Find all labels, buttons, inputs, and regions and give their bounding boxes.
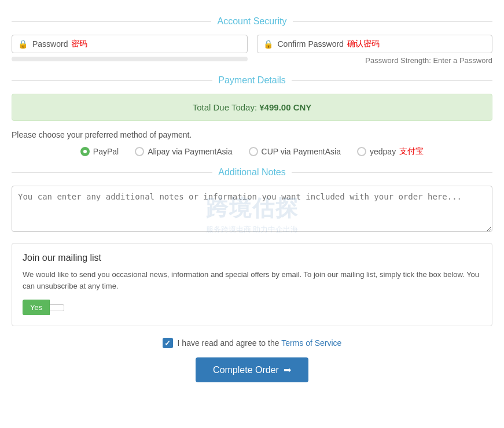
account-security-header: Account Security — [12, 16, 492, 27]
lock-icon-password: 🔒 — [18, 39, 28, 49]
mailing-title: Join our mailing list — [23, 253, 481, 263]
payment-line-right — [292, 80, 492, 81]
additional-notes-header: Additional Notes — [12, 167, 492, 178]
password-input-group: 🔒 Password 密码 — [12, 35, 248, 53]
payment-details-title: Payment Details — [218, 75, 286, 86]
complete-order-label: Complete Order — [213, 365, 279, 375]
total-banner: Total Due Today: ¥499.00 CNY — [12, 94, 492, 121]
notes-line-left — [12, 172, 212, 173]
lock-icon-confirm: 🔒 — [263, 39, 273, 49]
cup-label: CUP via PaymentAsia — [262, 147, 341, 156]
confirm-password-cn-label: 确认密码 — [347, 39, 380, 49]
payment-methods: PayPal Alipay via PaymentAsia CUP via Pa… — [12, 146, 492, 157]
strength-text: Password Strength: Enter a Password — [257, 56, 493, 65]
yedpay-cn-label: 支付宝 — [399, 146, 424, 157]
terms-link[interactable]: Terms of Service — [281, 338, 341, 348]
notes-line-right — [292, 172, 492, 173]
toggle-yes-button[interactable]: Yes — [23, 300, 50, 315]
payment-method-paypal[interactable]: PayPal — [80, 147, 119, 156]
confirm-password-input-group: 🔒 Confirm Password 确认密码 — [257, 35, 493, 53]
confirm-password-col: 🔒 Confirm Password 确认密码 Password Strengt… — [257, 35, 493, 65]
toggle-no-button[interactable] — [50, 304, 64, 311]
total-label: Total Due Today: — [193, 102, 257, 112]
confirm-password-label: Confirm Password — [278, 39, 344, 49]
terms-text: I have read and agree to the Terms of Se… — [178, 338, 342, 348]
mailing-desc: We would like to send you occasional new… — [23, 269, 481, 292]
notes-textarea[interactable] — [12, 186, 492, 232]
confirm-password-input[interactable] — [380, 39, 486, 49]
radio-paypal[interactable] — [80, 147, 90, 156]
header-line-right — [293, 21, 492, 22]
password-col: 🔒 Password 密码 — [12, 35, 248, 65]
arrow-icon: ➡ — [284, 364, 291, 375]
terms-row: I have read and agree to the Terms of Se… — [12, 338, 492, 348]
header-line-left — [12, 21, 211, 22]
radio-alipay[interactable] — [135, 147, 144, 156]
password-label: Password — [32, 39, 68, 49]
payment-line-left — [12, 80, 212, 81]
payment-method-cup[interactable]: CUP via PaymentAsia — [249, 147, 341, 156]
mailing-list-box: Join our mailing list We would like to s… — [12, 243, 492, 326]
complete-order-wrap: Complete Order ➡ — [12, 357, 492, 382]
payment-details-header: Payment Details — [12, 75, 492, 86]
yedpay-label: yedpay — [370, 147, 396, 156]
alipay-label: Alipay via PaymentAsia — [148, 147, 232, 156]
strength-bar-wrap — [12, 57, 248, 61]
payment-note: Please choose your preferred method of p… — [12, 130, 492, 139]
additional-notes-title: Additional Notes — [218, 167, 286, 178]
total-amount: ¥499.00 CNY — [259, 102, 311, 112]
terms-checkbox[interactable] — [163, 338, 173, 348]
toggle-wrap: Yes — [23, 300, 481, 315]
radio-cup[interactable] — [249, 147, 258, 156]
payment-method-yedpay[interactable]: yedpay 支付宝 — [357, 146, 424, 157]
radio-yedpay[interactable] — [357, 147, 366, 156]
account-security-title: Account Security — [217, 16, 286, 27]
payment-method-alipay[interactable]: Alipay via PaymentAsia — [135, 147, 232, 156]
paypal-label: PayPal — [93, 147, 119, 156]
password-input[interactable] — [87, 39, 241, 49]
complete-order-button[interactable]: Complete Order ➡ — [196, 357, 308, 382]
password-cn-label: 密码 — [71, 39, 87, 49]
password-fields-row: 🔒 Password 密码 🔒 Confirm Password 确认密码 Pa… — [12, 35, 492, 65]
